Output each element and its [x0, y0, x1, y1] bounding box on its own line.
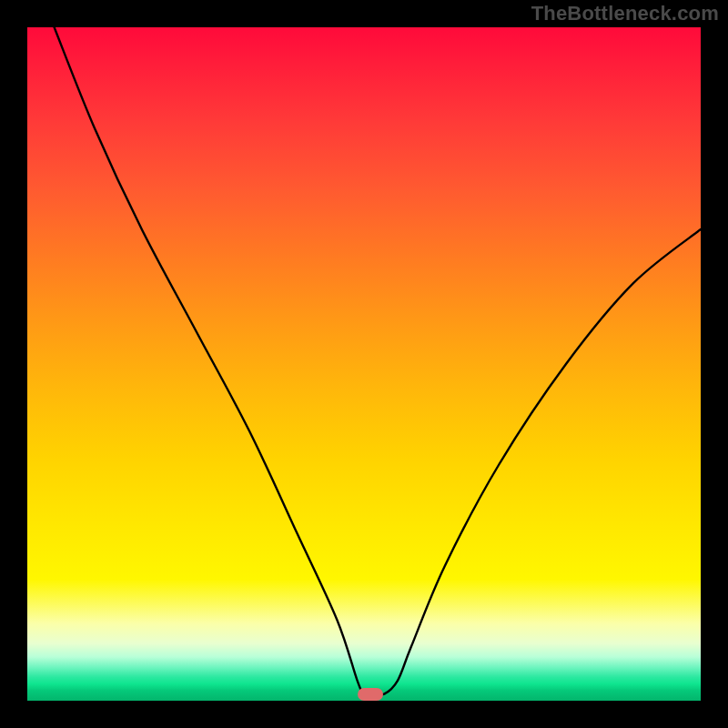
curve-path [55, 27, 701, 695]
watermark-text: TheBottleneck.com [531, 2, 719, 25]
optimal-marker [358, 688, 383, 701]
bottleneck-curve [27, 27, 701, 701]
chart-frame: TheBottleneck.com [0, 0, 728, 728]
plot-area [27, 27, 701, 701]
